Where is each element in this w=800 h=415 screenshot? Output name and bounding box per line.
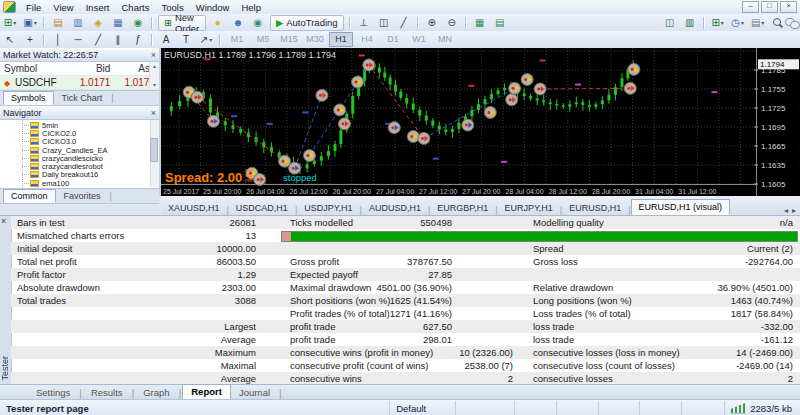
tester-tab-journal[interactable]: Journal [231, 386, 278, 399]
period-icon[interactable]: ◷▾ [729, 15, 747, 31]
svg-text:1.1755: 1.1755 [761, 85, 786, 94]
chart-canvas[interactable]: EURUSD,H1 1.1789 1.1796 1.1789 1.1794Spr… [161, 48, 800, 196]
timeframe-m5[interactable]: M5 [251, 32, 275, 47]
tab-symbols[interactable]: Symbols [3, 91, 54, 105]
drawing-toolbar: ↖+│─╱∥ƒAT↗▾ M1M5M15M30H1H4D1W1MN [0, 31, 800, 49]
chart-tab-eurusd-h1-visual-[interactable]: EURUSD,H1 (visual) [631, 199, 731, 215]
tile-windows-icon[interactable]: ▦ [471, 15, 489, 31]
cascade-windows-icon[interactable]: ▤ [491, 15, 509, 31]
profiles-icon[interactable]: ▣▾ [21, 15, 39, 31]
menu-file[interactable]: File [20, 1, 47, 14]
timeframe-mn[interactable]: MN [433, 32, 457, 47]
trendline-icon[interactable]: ╱ [89, 32, 107, 48]
terminal-icon[interactable]: ▦ [109, 15, 127, 31]
menu-view[interactable]: View [47, 1, 79, 14]
arrange-h-icon[interactable]: ◫ [661, 15, 679, 31]
report-cell: profit trade [290, 320, 335, 333]
community-icon[interactable] [785, 17, 794, 28]
chart-tab-bar: XAUUSD,H1|USDCAD,H1|USDJPY,H1|AUDUSD,H1|… [161, 196, 800, 216]
new-chart-icon[interactable]: ⊞▾ [1, 15, 19, 31]
metaeditor-icon[interactable]: ● [209, 15, 227, 31]
timeframe-d1[interactable]: D1 [381, 32, 405, 47]
template-icon[interactable]: ▤▾ [749, 15, 767, 31]
chart-tab-eurusd-h1[interactable]: EURUSD,H1 [562, 201, 628, 215]
timeframe-w1[interactable]: W1 [407, 32, 431, 47]
navigator-tabs: Common Favorites | [0, 188, 159, 204]
market-watch-row[interactable]: ◆ USDCHF 1.0171 1.0177 [0, 76, 159, 90]
navigator-item[interactable] [0, 187, 159, 188]
tab-common[interactable]: Common [3, 189, 56, 203]
channel-icon[interactable]: ∥ [109, 32, 127, 48]
column-symbol[interactable]: Symbol [0, 63, 68, 74]
search-icon[interactable] [772, 17, 780, 29]
navigator-item-daily-breakout16[interactable]: Daily breakout16 [0, 171, 159, 179]
column-bid[interactable]: Bid [68, 63, 115, 74]
svg-text:25 Jul 20:00: 25 Jul 20:00 [203, 188, 241, 195]
chart-tab-usdcad-h1[interactable]: USDCAD,H1 [229, 201, 295, 215]
chart-tab-eurjpy-h1[interactable]: EURJPY,H1 [497, 201, 559, 215]
navigator-item-ema100[interactable]: ema100 [0, 179, 159, 187]
chart-tab-audusd-h1[interactable]: AUDUSD,H1 [362, 201, 428, 215]
tab-favorites[interactable]: Favorites [57, 190, 108, 202]
navigator-scrollbar[interactable] [150, 120, 159, 187]
navigator-item-5min[interactable]: 5min [0, 121, 159, 129]
label-icon[interactable]: T [177, 32, 195, 48]
market-watch-icon[interactable]: ▤ [49, 15, 67, 31]
autotrading-button[interactable]: ▶ AutoTrading [270, 15, 344, 31]
navigator-close-icon[interactable]: × [151, 109, 156, 118]
restore-button[interactable]: □ [761, 1, 778, 13]
report-cell: 4501.00 (36.90%) [355, 281, 452, 294]
tester-tab-report[interactable]: Report [182, 384, 231, 399]
line-chart-icon[interactable]: ╱ [395, 15, 413, 31]
text-icon[interactable]: A [157, 32, 175, 48]
navigator-icon[interactable]: ◈ [89, 15, 107, 31]
scroll-up-icon[interactable]: ▴ [153, 62, 156, 69]
navigator-item-cicko2-0[interactable]: CICKO2.0 [0, 129, 159, 137]
chart-tab-xauusd-h1[interactable]: XAUUSD,H1 [161, 201, 227, 215]
timeframe-m30[interactable]: M30 [303, 32, 327, 47]
tab-tick-chart[interactable]: Tick Chart [55, 92, 110, 104]
expert-icon[interactable]: ☻ [229, 15, 247, 31]
tester-tab-settings[interactable]: Settings [28, 386, 78, 399]
market-watch-close-icon[interactable]: × [151, 51, 156, 60]
report-cell: Initial deposit [17, 242, 72, 255]
timeframe-m15[interactable]: M15 [277, 32, 301, 47]
chart-tabs-right-icon[interactable]: ▸ [792, 206, 796, 215]
strategy-tester-icon[interactable]: ◉ [129, 15, 147, 31]
menu-charts[interactable]: Charts [116, 1, 156, 14]
arrange-v-icon[interactable]: ▥ [681, 15, 699, 31]
crosshair-icon[interactable]: + [21, 32, 39, 48]
cursor-icon[interactable]: ↖ [1, 32, 19, 48]
tester-tab-results[interactable]: Results [83, 386, 131, 399]
status-profile[interactable]: Default [390, 401, 456, 415]
tester-close-icon[interactable]: × [1, 217, 6, 226]
timeframe-buttons: M1M5M15M30H1H4D1W1MN [224, 32, 458, 47]
arrows-tool-icon[interactable]: ↗▾ [197, 32, 215, 48]
market-watch-scrollbar[interactable]: ▴ ▾ [149, 62, 159, 88]
timeframe-h4[interactable]: H4 [355, 32, 379, 47]
zoom-in-icon[interactable]: ⊕ [423, 15, 441, 31]
minimize-button[interactable]: – [742, 1, 759, 13]
close-button[interactable]: × [780, 1, 797, 13]
report-cell: Modelling quality [533, 216, 604, 229]
horizontal-line-icon[interactable]: ─ [69, 32, 87, 48]
add-indicator-icon[interactable]: ⊞▾ [709, 15, 727, 31]
bar-chart-icon[interactable]: ⊥ [355, 15, 373, 31]
scroll-down-icon[interactable]: ▾ [153, 81, 156, 88]
timeframe-h1[interactable]: H1 [329, 32, 353, 47]
chart-tabs-left-icon[interactable]: ◂ [784, 206, 788, 215]
new-order-button[interactable]: ⊞ New Order [158, 15, 206, 31]
tester-tab-graph[interactable]: Graph [135, 386, 177, 399]
chart-tab-eurgbp-h1[interactable]: EURGBP,H1 [430, 201, 495, 215]
web-icon[interactable]: ◉ [249, 15, 267, 31]
data-window-icon[interactable]: ▥ [69, 15, 87, 31]
fibonacci-icon[interactable]: ƒ [129, 32, 147, 48]
menu-insert[interactable]: Insert [80, 1, 116, 14]
chart-tab-usdjpy-h1[interactable]: USDJPY,H1 [297, 201, 359, 215]
zoom-out-icon[interactable]: ⊖ [443, 15, 461, 31]
report-cell: 86003.50 [150, 255, 256, 268]
vertical-line-icon[interactable]: │ [49, 32, 67, 48]
menu-help[interactable]: Help [235, 1, 267, 14]
timeframe-m1[interactable]: M1 [225, 32, 249, 47]
candlestick-icon[interactable]: ◫ [375, 15, 393, 31]
